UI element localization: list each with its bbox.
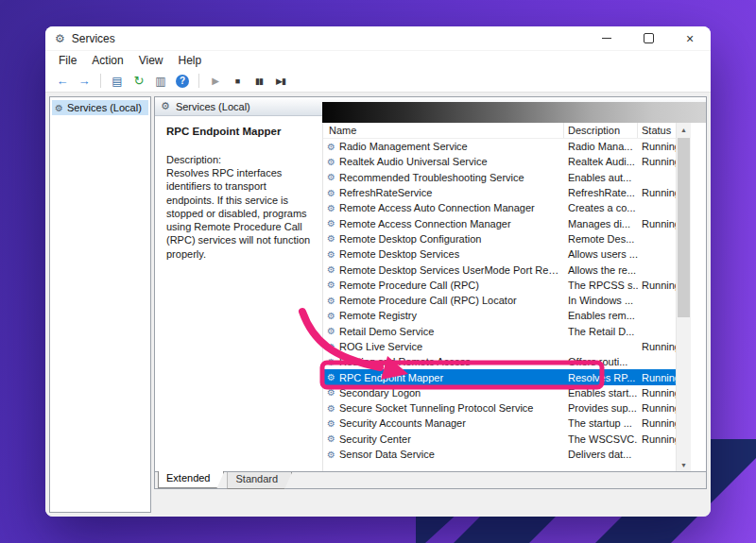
- menu-view[interactable]: View: [131, 54, 171, 67]
- pause-service-icon[interactable]: ▮▮: [249, 72, 268, 90]
- service-description: Provides sup...: [564, 402, 638, 414]
- table-row[interactable]: ⚙ Realtek Audio Universal Service Realte…: [323, 154, 691, 169]
- service-name: Remote Desktop Services: [339, 248, 564, 260]
- refresh-icon[interactable]: ↻: [129, 72, 148, 90]
- service-name: RPC Endpoint Mapper: [339, 372, 564, 383]
- service-gear-icon: ⚙: [323, 172, 339, 182]
- description-text: Resolves RPC interfaces identifiers to t…: [166, 166, 313, 261]
- menu-help[interactable]: Help: [171, 54, 210, 67]
- table-row[interactable]: ⚙ Retail Demo Service The Retail D...: [323, 324, 691, 339]
- view-tabs: Extended Standard: [155, 471, 706, 488]
- service-name: Recommended Troubleshooting Service: [339, 172, 564, 183]
- service-name: RefreshRateService: [339, 187, 564, 198]
- service-gear-icon: ⚙: [323, 218, 339, 229]
- help-icon[interactable]: ?: [173, 72, 192, 90]
- scrollbar-thumb[interactable]: [678, 138, 690, 317]
- service-description: The WSCSVC...: [564, 433, 638, 445]
- scroll-down-icon[interactable]: ▼: [677, 458, 691, 471]
- service-gear-icon: ⚙: [323, 249, 339, 260]
- service-gear-icon: ⚙: [323, 418, 339, 429]
- restart-service-icon[interactable]: ▶▮: [271, 72, 290, 90]
- table-row[interactable]: ⚙ Routing and Remote Access Offers routi…: [323, 354, 691, 369]
- table-row[interactable]: ⚙ Remote Procedure Call (RPC) The RPCSS …: [323, 278, 691, 293]
- service-description: Enables rem...: [564, 310, 638, 321]
- scroll-up-icon[interactable]: ▲: [677, 123, 691, 136]
- table-row[interactable]: ⚙ Recommended Troubleshooting Service En…: [323, 170, 691, 185]
- service-description: Radio Mana...: [564, 141, 638, 152]
- table-row[interactable]: ⚙ RPC Endpoint Mapper Resolves RP... Run…: [323, 369, 691, 384]
- table-row[interactable]: ⚙ Sensor Data Service Delivers dat...: [323, 447, 691, 462]
- table-row[interactable]: ⚙ Secure Socket Tunneling Protocol Servi…: [323, 400, 691, 416]
- export-list-icon[interactable]: ▥: [151, 72, 170, 90]
- tree-item-label: Services (Local): [67, 102, 142, 113]
- table-row[interactable]: ⚙ ROG Live Service Running: [323, 339, 691, 354]
- services-window: ⚙ Services × File Action View Help ← → ▤…: [45, 26, 711, 517]
- service-gear-icon: ⚙: [323, 157, 339, 167]
- column-header-name[interactable]: Name: [323, 123, 564, 138]
- service-name: Remote Desktop Services UserMode Port Re…: [339, 264, 564, 276]
- tab-extended[interactable]: Extended: [158, 471, 224, 488]
- minimize-button[interactable]: [586, 26, 627, 50]
- service-gear-icon: ⚙: [323, 203, 339, 213]
- forward-icon[interactable]: →: [75, 72, 94, 90]
- table-row[interactable]: ⚙ Remote Access Auto Connection Manager …: [323, 200, 691, 215]
- column-header-description[interactable]: Description: [564, 123, 638, 138]
- table-row[interactable]: ⚙ Secondary Logon Enables start... Runni…: [323, 385, 691, 400]
- maximize-button[interactable]: [627, 26, 669, 50]
- table-row[interactable]: ⚙ RefreshRateService RefreshRate... Runn…: [323, 185, 691, 200]
- table-row[interactable]: ⚙ Remote Registry Enables rem...: [323, 308, 691, 323]
- service-name: Remote Procedure Call (RPC): [339, 280, 564, 291]
- service-name: ROG Live Service: [339, 341, 564, 352]
- service-list-rows: ⚙ Radio Management Service Radio Mana...…: [323, 139, 691, 462]
- service-name: Secondary Logon: [339, 387, 564, 399]
- service-gear-icon: ⚙: [323, 357, 339, 367]
- service-name: Sensor Data Service: [339, 449, 564, 460]
- back-icon[interactable]: ←: [53, 72, 72, 90]
- description-label: Description:: [166, 154, 313, 165]
- start-service-icon[interactable]: ▶: [206, 72, 225, 90]
- services-node-icon: ⚙: [55, 103, 63, 113]
- table-row[interactable]: ⚙ Radio Management Service Radio Mana...…: [323, 139, 691, 154]
- service-gear-icon: ⚙: [323, 142, 339, 152]
- stop-service-icon[interactable]: ■: [228, 72, 247, 90]
- menu-action[interactable]: Action: [84, 54, 130, 67]
- table-row[interactable]: ⚙ Remote Access Connection Manager Manag…: [323, 215, 691, 230]
- list-header: Name Description Status: [323, 123, 691, 139]
- service-name: Remote Desktop Configuration: [339, 233, 564, 245]
- service-description: Enables aut...: [564, 172, 638, 183]
- service-gear-icon: ⚙: [323, 372, 339, 382]
- service-name: Remote Procedure Call (RPC) Locator: [339, 295, 564, 306]
- service-gear-icon: ⚙: [323, 296, 339, 306]
- menu-file[interactable]: File: [51, 54, 84, 67]
- service-gear-icon: ⚙: [323, 233, 339, 244]
- table-row[interactable]: ⚙ Remote Procedure Call (RPC) Locator In…: [323, 293, 691, 308]
- description-pane: RPC Endpoint Mapper Description: Resolve…: [155, 116, 322, 471]
- show-console-tree-icon[interactable]: ▤: [108, 72, 127, 90]
- service-name: Radio Management Service: [339, 141, 564, 152]
- service-name: Security Center: [339, 433, 564, 445]
- service-gear-icon: ⚙: [323, 280, 339, 290]
- table-row[interactable]: ⚙ Remote Desktop Services Allows users .…: [323, 246, 691, 262]
- service-description: Offers routi...: [564, 356, 638, 367]
- service-description: Remote Des...: [564, 233, 638, 245]
- tree-item-services-local[interactable]: ⚙ Services (Local): [52, 100, 148, 115]
- main-pane: ⚙ Services (Local) RPC Endpoint Mapper D…: [154, 96, 707, 489]
- table-row[interactable]: ⚙ Remote Desktop Configuration Remote De…: [323, 231, 691, 246]
- service-gear-icon: ⚙: [323, 450, 339, 460]
- service-list: Name Description Status ⚙ Radio Manageme…: [322, 116, 691, 471]
- vertical-scrollbar[interactable]: ▲ ▼: [676, 123, 691, 471]
- service-gear-icon: ⚙: [323, 403, 339, 414]
- service-name: Routing and Remote Access: [339, 356, 564, 367]
- table-row[interactable]: ⚙ Security Accounts Manager The startup …: [323, 416, 691, 431]
- table-row[interactable]: ⚙ Remote Desktop Services UserMode Port …: [323, 262, 691, 277]
- service-description: Enables start...: [564, 387, 638, 399]
- services-header-icon: ⚙: [161, 100, 170, 112]
- close-button[interactable]: ×: [669, 26, 711, 50]
- service-name: Remote Registry: [339, 310, 564, 321]
- tab-standard[interactable]: Standard: [227, 472, 292, 489]
- toolbar-separator: [198, 74, 199, 88]
- service-description: In Windows ...: [564, 295, 638, 306]
- service-description: Manages di...: [564, 218, 638, 229]
- table-row[interactable]: ⚙ Security Center The WSCSVC... Running: [323, 432, 691, 447]
- service-description: The RPCSS s...: [564, 280, 638, 291]
